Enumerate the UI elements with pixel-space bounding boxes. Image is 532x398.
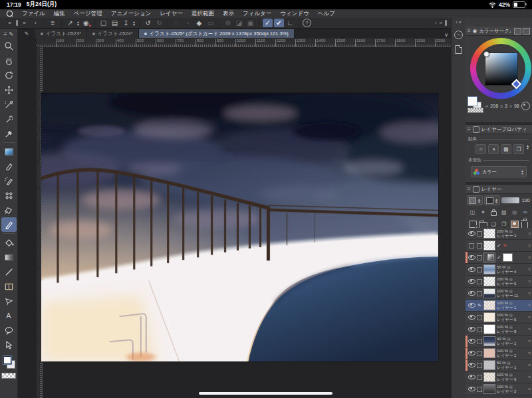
main-color-chip[interactable] bbox=[3, 355, 12, 365]
layer-row[interactable]: 100 %▤レイヤー 3≡ bbox=[466, 228, 532, 240]
eraser-tool[interactable] bbox=[1, 203, 17, 217]
layer-thumbnail[interactable] bbox=[483, 288, 495, 298]
layer-drag-handle[interactable]: ≡ bbox=[528, 255, 531, 260]
layer-row[interactable]: 100 %▤レイヤー 9≡ bbox=[466, 371, 532, 383]
panel-main-color-chip[interactable] bbox=[467, 96, 477, 106]
menu-window[interactable]: ウィンドウ bbox=[280, 10, 309, 18]
menu-help[interactable]: ヘルプ bbox=[318, 10, 335, 18]
layer-visibility-off-box[interactable] bbox=[469, 243, 474, 249]
layer-thumbnail[interactable] bbox=[483, 312, 495, 322]
menu-filter[interactable]: フィルター bbox=[243, 10, 271, 18]
main-color-chips[interactable] bbox=[1, 354, 17, 371]
menu-animation[interactable]: アニメーション bbox=[111, 10, 152, 18]
expression-color-dropdown[interactable]: カラー ▲▼ bbox=[471, 166, 527, 177]
enable-mask-icon[interactable]: ◎ bbox=[510, 209, 519, 217]
layer-property-menu-icon[interactable]: ≡ bbox=[467, 126, 471, 132]
move-tool[interactable] bbox=[1, 82, 17, 97]
transfer-to-layer-icon[interactable]: ❏ bbox=[489, 221, 498, 229]
snap-to-ruler-icon[interactable]: ✓ bbox=[263, 19, 273, 27]
extract-line-effect-icon[interactable]: ▩ bbox=[501, 144, 511, 154]
color-set-tab-icon[interactable] bbox=[523, 28, 530, 35]
layer-select-checkbox[interactable] bbox=[477, 243, 482, 249]
eyedropper-tool[interactable] bbox=[1, 126, 17, 141]
layer-row[interactable]: 100 %▤レイヤー 8≡ bbox=[466, 324, 532, 336]
layers-menu-icon[interactable]: ≡ bbox=[467, 186, 471, 192]
layer-select-checkbox[interactable] bbox=[477, 375, 482, 380]
decoration-tool[interactable] bbox=[1, 188, 17, 203]
layer-thumbnail[interactable] bbox=[483, 252, 495, 262]
panel-color-chips[interactable] bbox=[467, 96, 485, 112]
layer-visibility-eye-icon[interactable] bbox=[468, 315, 475, 320]
select-launcher-icon[interactable]: ◌ bbox=[172, 19, 182, 27]
layer-select-checkbox[interactable] bbox=[477, 351, 482, 356]
balloon-tool[interactable] bbox=[1, 323, 17, 338]
layer-drag-handle[interactable]: ≡ bbox=[528, 303, 531, 308]
panel-transparent-chip[interactable] bbox=[467, 108, 483, 113]
material-page-icon[interactable] bbox=[455, 45, 462, 54]
layer-drag-handle[interactable]: ≡ bbox=[528, 327, 531, 332]
menu-selection[interactable]: 選択範囲 bbox=[192, 10, 214, 18]
layer-visibility-eye-icon[interactable] bbox=[468, 231, 475, 236]
deselect-icon[interactable]: ▫ bbox=[183, 19, 193, 27]
redo-icon[interactable]: ↻ bbox=[154, 19, 164, 27]
layer-row[interactable]: ✎100 %▤レイヤー 1≡ bbox=[466, 300, 532, 312]
menu-view[interactable]: 表示 bbox=[223, 10, 234, 18]
reference-layer-icon[interactable]: ∞ bbox=[521, 209, 529, 217]
layer-thumbnail[interactable] bbox=[483, 276, 495, 286]
collapse-right-dock-icon[interactable]: ‹ bbox=[456, 20, 457, 25]
blend-mode-dropdown[interactable]: ▲▼ bbox=[467, 195, 483, 205]
expand-left-icon[interactable]: › bbox=[31, 19, 41, 27]
toolbar-overflow-left-icon[interactable]: » bbox=[440, 20, 442, 26]
clip-to-layer-below-icon[interactable]: ✦ bbox=[479, 209, 487, 217]
new-canvas-icon[interactable]: ▢ bbox=[98, 19, 108, 27]
layer-visibility-eye-icon[interactable] bbox=[468, 351, 475, 355]
save-options-chevrons[interactable]: ▲▼ bbox=[132, 21, 136, 26]
layer-row[interactable]: 100 %▤レイヤー 1≡ bbox=[466, 348, 532, 359]
crop-frame-icon[interactable]: ▭ bbox=[205, 19, 215, 27]
wand-tool[interactable] bbox=[1, 112, 17, 126]
sv-handle[interactable] bbox=[483, 51, 489, 57]
hand-tool[interactable] bbox=[1, 53, 17, 68]
layer-visibility-eye-icon[interactable] bbox=[468, 327, 475, 332]
snap-to-special-ruler-icon[interactable]: ✔ bbox=[274, 19, 284, 27]
zoom-reset-icon[interactable]: − bbox=[454, 31, 463, 39]
rotate-canvas-tool[interactable] bbox=[1, 68, 17, 82]
snap-to-grid-icon[interactable]: ∟ bbox=[285, 19, 295, 27]
saturation-value-square[interactable] bbox=[485, 52, 518, 86]
menu-file[interactable]: ファイル bbox=[22, 10, 45, 18]
share-options-chevrons[interactable]: ▲▼ bbox=[76, 21, 80, 26]
layer-row[interactable]: 100 %▤レイヤー 11≡ bbox=[466, 288, 532, 300]
layer-row[interactable]: ✓✕≡ bbox=[466, 240, 532, 252]
object-tool[interactable] bbox=[1, 97, 17, 112]
border-effect-icon[interactable]: ○ bbox=[475, 144, 486, 154]
expression-color-chevrons[interactable]: ▲▼ bbox=[521, 169, 524, 175]
layer-thumbnail[interactable] bbox=[483, 384, 495, 394]
layer-color-effect-icon[interactable]: ❐ bbox=[513, 144, 524, 154]
clear-icon[interactable]: ⊘ bbox=[223, 19, 233, 27]
layer-select-checkbox[interactable] bbox=[477, 291, 482, 296]
layer-drag-handle[interactable]: ≡ bbox=[528, 279, 531, 284]
frame-border-tool[interactable] bbox=[1, 279, 17, 294]
brush-tool[interactable] bbox=[1, 159, 17, 173]
timelapse-record-icon[interactable]: ◉ bbox=[81, 19, 91, 27]
layer-thumbnail[interactable] bbox=[483, 324, 495, 334]
menu-layer[interactable]: レイヤー bbox=[160, 10, 183, 18]
opacity-slider[interactable] bbox=[501, 197, 520, 203]
enclose-fill-tool[interactable] bbox=[1, 294, 17, 308]
home-indicator[interactable] bbox=[199, 392, 332, 395]
transfer-blend-icon[interactable]: ◫ bbox=[468, 209, 477, 217]
lock-layer-icon[interactable] bbox=[489, 209, 498, 217]
menu-edit[interactable]: 編集 bbox=[54, 10, 65, 18]
figure-tool[interactable] bbox=[1, 264, 17, 279]
fill-bucket-tool[interactable] bbox=[1, 235, 17, 250]
expand-right-dock-icon[interactable]: » bbox=[459, 20, 462, 25]
layer-thumbnail[interactable] bbox=[483, 372, 495, 382]
layer-select-checkbox[interactable] bbox=[477, 267, 482, 272]
tab-bar-pen-icon[interactable]: ✎ bbox=[18, 29, 35, 38]
canvas-area[interactable]: 1002003004005006007008009001000110012001… bbox=[18, 38, 451, 398]
delete-layer-icon[interactable] bbox=[521, 221, 529, 229]
layer-row[interactable]: 50 %▤レイヤー 1≡ bbox=[466, 359, 532, 371]
expand-select-icon[interactable]: ▣ bbox=[245, 19, 255, 27]
gradient-tool[interactable] bbox=[1, 250, 17, 264]
layer-drag-handle[interactable]: ≡ bbox=[528, 363, 531, 367]
